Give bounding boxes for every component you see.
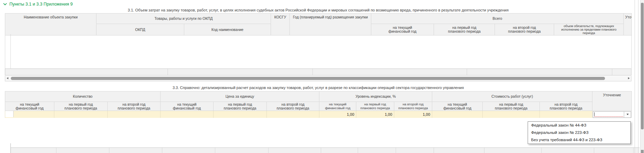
th-total-group: Всего [371, 14, 624, 24]
panel-border-line [635, 0, 635, 153]
footer-cell [215, 148, 269, 153]
th-group-indexation: Уровень индексации, % [319, 91, 432, 102]
footer-cell [484, 148, 542, 153]
th-price-first-plan-year: на первый год планового периода [214, 102, 267, 111]
table-31-grid: Наименование объекта закупки Товары, раб… [5, 13, 632, 69]
horizontal-scrollbar-thumb[interactable] [11, 77, 605, 80]
footer-cell [396, 148, 434, 153]
footer-left-border-line [10, 143, 11, 153]
footer-cell [612, 69, 631, 75]
cell-cost-current[interactable] [432, 111, 483, 118]
chevron-down-icon [627, 114, 629, 115]
th-price-second-plan-year: на второй год планового периода [267, 102, 319, 111]
cell-clarification[interactable] [592, 111, 632, 118]
th-group-unit-price: Цена за единицу [161, 91, 319, 102]
scroll-left-icon[interactable] [7, 77, 8, 79]
form-area: Пункты 3.1 и 3.3 Приложения 9 3.1. Объем… [0, 0, 644, 153]
section-33-title: 3.3. Справочно: детализированный расчет … [5, 86, 631, 90]
th-object-name: Наименование объекта закупки [5, 14, 96, 35]
footer-cell [321, 148, 358, 153]
footer-cell [434, 148, 484, 153]
th-clarification: Уточнение [592, 91, 632, 111]
vertical-scrollbar-segment[interactable] [641, 150, 644, 153]
panel-border-line [638, 0, 638, 153]
footer-cell [542, 148, 594, 153]
cell-indexation-second[interactable]: 1,00 [394, 111, 432, 118]
cell-price-current[interactable] [161, 111, 214, 118]
th-placement-year: Год (планируемый год) размещения закупки [290, 14, 371, 35]
table-33-footer [10, 147, 639, 153]
cell-indexation-first[interactable]: 1,00 [356, 111, 394, 118]
scroll-right-icon[interactable] [628, 77, 630, 79]
vertical-scrollbar-thumb[interactable] [641, 3, 644, 129]
th-cost-current-year: на текущий финансовый год [432, 102, 483, 111]
text-caret [594, 112, 595, 116]
th-total-current-year: на текущий финансовый год [371, 24, 434, 35]
cell-qty-second[interactable] [108, 111, 161, 118]
cell-qty-first[interactable] [54, 111, 108, 118]
footer-cell [358, 148, 396, 153]
th-qty-first-plan-year: на первый год планового периода [54, 102, 108, 111]
clarification-combobox[interactable] [593, 111, 631, 118]
th-qty-second-plan-year: на второй год планового периода [108, 102, 161, 111]
th-okpd-group: Товары, работы и услуги по ОКПД [96, 14, 271, 24]
table-31-empty-body[interactable] [5, 35, 632, 69]
th-cost-second-plan-year: на второй год планового периода [540, 102, 592, 111]
footer-cell [168, 69, 313, 75]
table-31-footer [5, 69, 631, 75]
th-group-quantity: Количество [5, 91, 161, 102]
table-33-grid: Количество Цена за единицу Уровень индек… [5, 91, 632, 118]
th-okpd: ОКПД [96, 24, 184, 35]
footer-cell [313, 69, 467, 75]
dropdown-item-44fz[interactable]: Федеральный закон № 44-ФЗ [528, 122, 630, 129]
footer-cell [162, 148, 215, 153]
chevron-down-icon[interactable] [3, 3, 7, 6]
th-total-second-plan-year: на второй год планового периода [495, 24, 554, 35]
row-selector-cell[interactable] [5, 111, 14, 117]
section-31-title: 3.1. Объем затрат на закупку товаров, ра… [5, 8, 631, 12]
combo-dropdown-button[interactable] [624, 112, 631, 118]
table-31: Наименование объекта закупки Товары, раб… [5, 13, 632, 69]
th-code-name: Код наименование [184, 24, 271, 35]
cell-cost-first[interactable] [483, 111, 540, 118]
th-index-second-plan-year: на второй год планового периода [394, 102, 432, 111]
footer-cell [594, 148, 634, 153]
table-33: Количество Цена за единицу Уровень индек… [5, 91, 632, 118]
footer-cell [5, 69, 168, 75]
footer-cell [269, 148, 321, 153]
dropdown-item-no-requirements[interactable]: Без учета требований 44-ФЗ и 223-ФЗ [528, 136, 630, 144]
th-clarification-clipped: Уточнение [624, 14, 632, 35]
group-link[interactable]: Пункты 3.1 и 3.3 Приложения 9 [9, 2, 73, 7]
footer-cell [467, 69, 612, 75]
th-kosgu: КОСГУ [271, 14, 290, 35]
th-group-cost: Стоимость работ (услуг) [432, 91, 592, 102]
th-index-first-plan-year: на первый год планового периода [356, 102, 394, 111]
th-total-beyond-period: объем обязательств, подлежащих исполнени… [554, 24, 624, 35]
footer-cell [56, 148, 109, 153]
th-index-current-year: на текущий финансовый год [319, 102, 356, 111]
dropdown-item-223fz[interactable]: Федеральный закон № 223-ФЗ [528, 129, 630, 136]
clarification-input[interactable] [594, 112, 623, 117]
footer-cell [109, 148, 162, 153]
cell-price-second[interactable] [267, 111, 319, 118]
cell-price-first[interactable] [214, 111, 267, 118]
th-price-current-year: на текущий финансовый год [161, 102, 214, 111]
cell-indexation-current[interactable]: 1,00 [319, 111, 356, 118]
group-header[interactable]: Пункты 3.1 и 3.3 Приложения 9 [3, 2, 73, 7]
th-total-first-plan-year: на первый год планового периода [434, 24, 495, 35]
th-cost-first-plan-year: на первый год планового периода [483, 102, 540, 111]
horizontal-scrollbar[interactable] [5, 76, 631, 81]
footer-cell [11, 148, 56, 153]
th-qty-current-year: на текущий финансовый год [5, 102, 54, 111]
row-selector-column-line [10, 34, 11, 69]
vertical-scrollbar[interactable] [640, 0, 644, 153]
dropdown-list: Федеральный закон № 44-ФЗ Федеральный за… [528, 121, 631, 144]
cell-cost-second[interactable] [540, 111, 592, 118]
